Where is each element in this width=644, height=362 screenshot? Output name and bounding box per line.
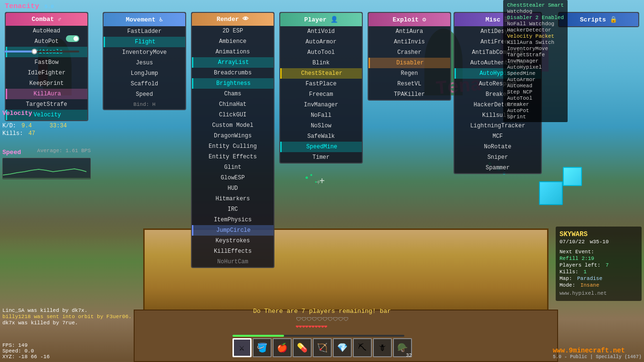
script-speedmine[interactable]: SpeedMine [507,71,564,76]
misc-item-norotate[interactable]: NoRotate [454,142,541,152]
player-item-antivoid[interactable]: AntiVoid [280,26,362,37]
combat-item-fastbow[interactable]: FastBow [6,57,87,68]
render-item-killeffects[interactable]: KillEffects [192,246,274,257]
player-panel: Player 👤 AntiVoid AutoArmor AutoTool Bli… [279,12,363,164]
hotbar-slot-8[interactable]: 🗡 [373,338,392,357]
hotbar-slot-1[interactable]: ⚔ [232,338,252,357]
render-item-breadcrumbs[interactable]: Breadcrumbs [192,68,274,78]
render-item-hud[interactable]: HUD [192,183,274,194]
misc-item-lightningtracker[interactable]: LightningTracker [454,121,541,131]
combat-item-killaura[interactable]: KillAura [6,89,87,99]
render-item-brightness[interactable]: Brightness [192,78,274,89]
render-panel-header[interactable]: Render 👁 [192,13,274,26]
hotbar-slot-2[interactable]: 🪣 [253,338,272,357]
movement-item-speed[interactable]: Speed [104,89,185,100]
movement-item-inventorymove[interactable]: InventoryMove [104,47,185,58]
render-item-glint[interactable]: Glint [192,162,274,173]
script-nofall[interactable]: NoFall Watchdog [507,21,564,27]
render-item-clickgui[interactable]: ClickGUI [192,110,274,120]
script-hackerdetector[interactable]: HackerDetector [507,27,564,33]
script-disabler2[interactable]: Disabler 2 Enabled [507,15,564,21]
script-invmove[interactable]: InventoryMove [507,46,564,52]
player-item-freecam[interactable]: Freecam [280,89,362,100]
scripts-panel-header[interactable]: Scripts 🔒 [559,13,638,26]
render-item-glowesp[interactable]: GlowESP [192,173,274,183]
script-watchdog[interactable]: Watchdog [507,9,564,14]
exploit-item-tpakiller[interactable]: TPAKiller [369,89,450,100]
misc-item-spammer[interactable]: Spammer [454,163,541,173]
script-killaurasw[interactable]: KillAura Switch [507,40,564,45]
render-item-2desp[interactable]: 2D ESP [192,26,274,36]
auto-disable-toggle[interactable] [66,35,79,42]
exploit-item-crasher[interactable]: Crasher [369,47,450,58]
hotbar-slot-6[interactable]: 💎 [333,338,352,357]
debug-fps: FPS: 149 [2,342,50,348]
script-autotool[interactable]: AutoTool [507,95,564,101]
player-item-timer[interactable]: Timer [280,152,362,163]
script-autoarmor[interactable]: AutoArmor [507,77,564,83]
render-item-ambience[interactable]: Ambience [192,36,274,47]
player-item-safewalk[interactable]: SafeWalk [280,131,362,142]
timer-track [4,51,79,52]
render-item-custommodel[interactable]: Custom Model [192,120,274,131]
script-autohead[interactable]: AutoHead [507,83,564,89]
combat-panel-header[interactable]: Combat ♂ [6,13,87,26]
movement-item-scaffold[interactable]: Scaffold [104,79,185,89]
player-item-autoarmor[interactable]: AutoArmor [280,37,362,47]
movement-item-fastladder[interactable]: FastLadder [104,26,185,37]
combat-item-idlefighter[interactable]: IdleFighter [6,68,87,78]
player-item-invmanager[interactable]: InvManager [280,100,362,110]
exploit-item-antiaura[interactable]: AntiAura [369,26,450,37]
player-item-blink[interactable]: Blink [280,58,362,68]
render-item-chinahat[interactable]: ChinaHat [192,99,274,110]
render-item-chams[interactable]: Chams [192,89,274,99]
hotbar-slot-5[interactable]: 🏹 [313,338,332,357]
exploit-item-antiinvis[interactable]: AntiInvis [369,37,450,47]
hotbar-slot-7[interactable]: ⛏ [353,338,372,357]
movement-item-jesus[interactable]: Jesus [104,58,185,68]
render-item-entityeffects[interactable]: Entity Effects [192,152,274,162]
misc-item-sniper[interactable]: Sniper [454,152,541,163]
movement-panel-header[interactable]: Movement ♿ [104,13,185,26]
render-item-entityculling[interactable]: Entity Culling [192,141,274,152]
script-velocitypacket[interactable]: Velocity Packet [507,33,564,39]
script-invmanager[interactable]: InvManager [507,58,564,64]
hotbar-slot-3[interactable]: 🍎 [273,338,292,357]
render-item-nohurtcam[interactable]: NoHurtCam [192,257,274,267]
timer-thumb[interactable] [32,49,37,54]
exploit-panel-header[interactable]: Exploit ⚙ [369,13,450,26]
render-item-keystrokes[interactable]: Keystrokes [192,236,274,246]
movement-item-flight[interactable]: Flight [104,37,185,47]
player-panel-header[interactable]: Player 👤 [280,13,362,26]
script-targetstrafe[interactable]: TargetStrafe [507,52,564,58]
exploit-item-resetvl[interactable]: ResetVL [369,79,450,89]
render-item-arraylist[interactable]: ArrayList [192,57,274,68]
script-autopot[interactable]: AutoPot [507,108,564,114]
render-item-irc[interactable]: IRC [192,204,274,215]
exploit-item-disabler[interactable]: Disabler [369,58,450,68]
script-sprint[interactable]: Sprint [507,114,564,120]
script-autohypixel[interactable]: AutoHypixel [507,64,564,70]
movement-item-longjump[interactable]: LongJump [104,68,185,79]
player-item-fastplace[interactable]: FastPlace [280,79,362,89]
combat-item-keepsprint[interactable]: KeepSprint [6,78,87,89]
player-item-autotool[interactable]: AutoTool [280,47,362,58]
hotbar-slot-4[interactable]: 💊 [293,338,312,357]
script-stepncp[interactable]: Step NCP [507,89,564,95]
player-item-nofall[interactable]: NoFall [280,110,362,121]
combat-item-autohead[interactable]: AutoHead [6,26,87,36]
player-item-noslow[interactable]: NoSlow [280,121,362,131]
misc-item-mcf[interactable]: MCF [454,131,541,142]
render-item-jumpcircle[interactable]: JumpCircle [192,225,274,236]
render-item-hitmarkers[interactable]: Hitmarkers [192,194,274,204]
exploit-item-regen[interactable]: Regen [369,68,450,79]
script-breaker[interactable]: Breaker [507,102,564,107]
player-item-speedmine[interactable]: SpeedMine [280,142,362,152]
exp-fill [232,335,284,337]
player-item-cheststealer[interactable]: ChestStealer [280,68,362,79]
render-item-animations[interactable]: Animations [192,47,274,57]
combat-item-targetstrafe[interactable]: TargetStrafe [6,99,87,110]
render-item-dragonwings[interactable]: DragonWings [192,131,274,141]
script-cheststealersmart[interactable]: ChestStealer Smart [507,2,564,8]
render-item-itemphysics[interactable]: ItemPhysics [192,215,274,225]
